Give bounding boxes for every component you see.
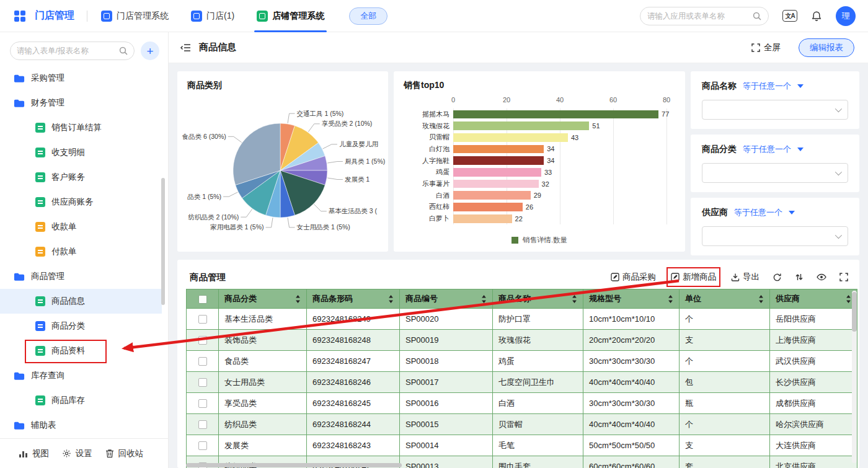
sidebar-item[interactable]: 辅助表 bbox=[0, 413, 162, 438]
sidebar-item[interactable]: 客户账务 bbox=[0, 165, 162, 190]
bar[interactable] bbox=[453, 180, 539, 188]
language-icon[interactable]: 文A bbox=[782, 10, 797, 22]
app-tab[interactable]: 门店管理系统 bbox=[101, 0, 169, 32]
bar[interactable] bbox=[453, 168, 541, 177]
select-all-checkbox[interactable] bbox=[198, 295, 207, 304]
sidebar-search[interactable] bbox=[10, 42, 135, 60]
recycle-bin-button[interactable]: 回收站 bbox=[105, 448, 144, 459]
app-tab[interactable]: 店铺管理系统 bbox=[257, 0, 324, 32]
sort-icon[interactable] bbox=[795, 273, 804, 281]
bar[interactable] bbox=[453, 133, 568, 142]
sidebar-item[interactable]: 商品分类 bbox=[0, 314, 162, 338]
filter-select[interactable] bbox=[702, 163, 848, 183]
fullscreen-button[interactable]: 全屏 bbox=[751, 42, 781, 53]
bar[interactable] bbox=[453, 191, 531, 200]
bell-icon[interactable] bbox=[811, 11, 822, 22]
sidebar-item[interactable]: 付款单 bbox=[0, 239, 162, 264]
settings-button[interactable]: 设置 bbox=[62, 448, 92, 459]
visibility-icon[interactable] bbox=[817, 273, 826, 281]
sidebar-item[interactable]: 收款单 bbox=[0, 214, 162, 239]
table-fullscreen-icon[interactable] bbox=[839, 273, 848, 281]
sidebar-item[interactable]: 商品管理 bbox=[0, 264, 162, 289]
table-cell: 毛笔 bbox=[493, 435, 583, 456]
sidebar-scrollbar[interactable] bbox=[161, 178, 165, 305]
vertical-scrollbar[interactable] bbox=[852, 291, 857, 463]
row-checkbox[interactable] bbox=[198, 315, 207, 324]
horizontal-scrollbar[interactable] bbox=[186, 463, 843, 467]
purchase-button[interactable]: 商品采购 bbox=[611, 272, 656, 283]
sidebar-item[interactable]: 商品资料 bbox=[0, 338, 162, 363]
column-sort-icon[interactable] bbox=[668, 295, 673, 303]
column-sort-icon[interactable] bbox=[388, 295, 394, 303]
sidebar-item[interactable]: 商品信息 bbox=[0, 289, 162, 314]
caret-down-icon[interactable] bbox=[789, 211, 795, 214]
table-row[interactable]: 纺织品类6923248168244SP00015贝雷帽40cm*40cm*40/… bbox=[187, 414, 857, 435]
scrollbar-thumb[interactable] bbox=[852, 292, 857, 332]
filter-select[interactable] bbox=[702, 100, 848, 120]
table-row[interactable]: 食品类6923248168247SP00018鸡蛋30cm*30cm*30/30… bbox=[187, 351, 857, 372]
table-row[interactable]: 装饰品类6923248168248SP00019玫瑰假花20cm*20cm*20… bbox=[187, 330, 857, 351]
sidebar-item[interactable]: 销售订单结算 bbox=[0, 115, 162, 140]
bar-value: 34 bbox=[547, 157, 554, 164]
export-button[interactable]: 导出 bbox=[731, 272, 760, 283]
row-checkbox[interactable] bbox=[198, 378, 207, 387]
column-sort-icon[interactable] bbox=[295, 295, 301, 303]
filter-operator[interactable]: 等于任意一个 bbox=[734, 207, 782, 218]
sidebar-item[interactable]: 商品库存 bbox=[0, 388, 162, 413]
sidebar-item[interactable]: 收支明细 bbox=[0, 140, 162, 165]
column-header[interactable]: 供应商 bbox=[770, 289, 857, 309]
row-checkbox[interactable] bbox=[198, 357, 207, 366]
bar[interactable] bbox=[453, 156, 544, 165]
caret-down-icon[interactable] bbox=[797, 148, 804, 151]
filter-operator[interactable]: 等于任意一个 bbox=[743, 144, 791, 155]
caret-down-icon[interactable] bbox=[797, 84, 804, 88]
sidebar-item[interactable]: 供应商账务 bbox=[0, 190, 162, 214]
sidebar-item[interactable]: 财务管理 bbox=[0, 91, 162, 115]
apps-grid-icon[interactable] bbox=[14, 10, 26, 22]
scrollbar-thumb[interactable] bbox=[186, 463, 402, 467]
topbar-search[interactable] bbox=[640, 7, 769, 25]
bar[interactable] bbox=[453, 110, 658, 119]
table-row[interactable]: 女士用品类6923248168246SP00017七度空间卫生巾40cm*40c… bbox=[187, 372, 857, 393]
table-row[interactable]: 享受品类6923248168245SP00016白酒30cm*30cm*30/3… bbox=[187, 393, 857, 414]
collapse-sidebar-icon[interactable] bbox=[180, 43, 191, 53]
column-header[interactable]: 商品条形码 bbox=[307, 289, 400, 309]
filter-select[interactable] bbox=[702, 226, 848, 246]
bar[interactable] bbox=[453, 145, 544, 154]
column-header[interactable]: 规格型号 bbox=[583, 289, 680, 309]
column-sort-icon[interactable] bbox=[758, 295, 764, 303]
column-sort-icon[interactable] bbox=[481, 295, 487, 303]
all-button[interactable]: 全部 bbox=[349, 7, 388, 25]
row-checkbox[interactable] bbox=[198, 420, 207, 429]
sidebar-item[interactable]: 采购管理 bbox=[0, 66, 162, 91]
table-row[interactable]: 发展类6923248168243SP00014毛笔50cm*50cm*50/50… bbox=[187, 435, 857, 456]
avatar[interactable]: 理 bbox=[836, 6, 856, 26]
column-header[interactable]: 单位 bbox=[680, 289, 770, 309]
column-header[interactable]: 商品分类 bbox=[219, 289, 307, 309]
row-checkbox[interactable] bbox=[198, 336, 207, 345]
column-header[interactable]: 商品名称 bbox=[493, 289, 583, 309]
add-form-button[interactable]: + bbox=[141, 42, 159, 60]
bar[interactable] bbox=[453, 214, 512, 223]
folder-icon bbox=[14, 74, 25, 83]
product-title[interactable]: 门店管理 bbox=[35, 9, 74, 22]
app-tab[interactable]: 门店(1) bbox=[191, 0, 234, 32]
topbar-search-input[interactable] bbox=[647, 12, 753, 20]
column-sort-icon[interactable] bbox=[572, 295, 577, 303]
row-checkbox[interactable] bbox=[198, 399, 207, 408]
bar-value: 26 bbox=[526, 203, 533, 211]
refresh-icon[interactable] bbox=[773, 273, 782, 282]
row-checkbox[interactable] bbox=[198, 441, 207, 450]
sidebar-item[interactable]: 库存查询 bbox=[0, 363, 162, 388]
bar[interactable] bbox=[453, 121, 589, 130]
column-sort-icon[interactable] bbox=[846, 295, 851, 303]
add-product-button[interactable]: 新增商品 bbox=[671, 272, 716, 283]
filter-operator[interactable]: 等于任意一个 bbox=[743, 81, 791, 92]
bar[interactable] bbox=[453, 203, 523, 211]
table-row[interactable]: 基本生活品类6923248168249SP00020防护口罩10cm*10cm*… bbox=[187, 309, 857, 330]
category-label: 白酒 bbox=[396, 190, 450, 201]
view-button[interactable]: 视图 bbox=[19, 448, 49, 459]
column-header[interactable]: 商品编号 bbox=[400, 289, 493, 309]
sidebar-search-input[interactable] bbox=[17, 46, 119, 55]
edit-report-button[interactable]: 编辑报表 bbox=[799, 38, 854, 57]
